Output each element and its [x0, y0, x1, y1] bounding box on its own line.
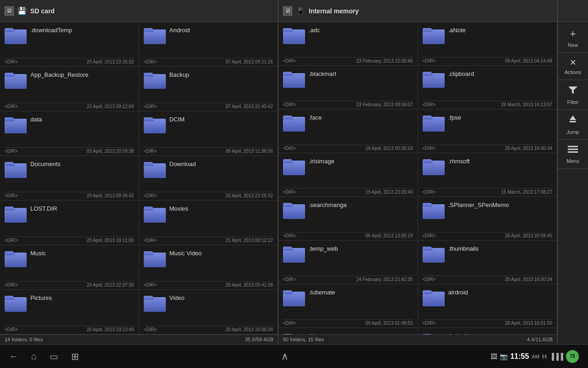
list-item[interactable]: .irisimage<DIR>19 April, 2013 23:20:40 — [278, 153, 418, 197]
grid-view-button[interactable]: ⊞ — [71, 351, 79, 362]
list-item[interactable]: Android<DIR>07 April, 2013 09:21:26 — [139, 22, 278, 67]
file-date: 19 April, 2013 23:20:40 — [366, 190, 413, 195]
internal-memory-storage: 4.4/11.6GB — [527, 337, 553, 342]
actions-button[interactable]: ✕ Actions — [558, 53, 588, 80]
file-name: .temp_web — [309, 245, 413, 252]
file-type: <DIR> — [144, 238, 157, 243]
list-item[interactable]: .searchmanga<DIR>06 April, 2013 13:05:19 — [278, 197, 418, 241]
list-item[interactable]: .SPlanner_SPenMemo<DIR>20 April, 2013 20… — [418, 197, 558, 241]
list-item[interactable]: Backup<DIR>07 April, 2013 22:45:42 — [139, 67, 278, 111]
file-date: 20 April, 2013 16:00:34 — [505, 146, 552, 151]
file-type: <DIR> — [144, 193, 157, 198]
jump-icon — [568, 115, 578, 127]
svg-marker-90 — [568, 86, 577, 94]
file-date: 20 April, 2013 23:26:32 — [226, 193, 273, 198]
file-type: <DIR> — [423, 233, 436, 238]
battery-percent: 73 — [570, 354, 575, 359]
list-item[interactable]: Android<DIR> — [418, 328, 558, 334]
svg-rect-95 — [568, 151, 578, 153]
list-item[interactable]: .face<DIR>18 April, 2013 00:36:18 — [278, 109, 418, 153]
list-item[interactable]: DCIM<DIR>06 April, 2013 11:36:56 — [139, 111, 278, 156]
home-button[interactable]: ⌂ — [31, 351, 37, 362]
file-date: 20 April, 2013 09:39:42 — [87, 193, 134, 198]
list-item[interactable]: .rhmsoft<DIR>15 March, 2013 17:08:27 — [418, 153, 558, 197]
list-item[interactable]: Documents<DIR>20 April, 2013 09:39:42 — [0, 156, 139, 201]
file-name: .tubemate — [309, 289, 413, 296]
folder-icon — [423, 201, 445, 220]
list-item[interactable]: airdroid<DIR>20 April, 2013 16:01:50 — [418, 284, 558, 328]
svg-rect-32 — [5, 253, 15, 255]
file-type: <DIR> — [144, 327, 157, 332]
list-item[interactable]: Pictures<DIR>20 April, 2013 23:23:48 — [0, 290, 139, 334]
menu-button[interactable]: Menu — [558, 140, 588, 169]
list-item[interactable]: Video<DIR>20 April, 2013 16:00:34 — [139, 290, 278, 334]
list-item[interactable]: data<DIR>03 April, 2013 20:59:38 — [0, 111, 139, 156]
svg-rect-2 — [5, 30, 15, 32]
am-pm: AM — [532, 354, 540, 359]
file-name: DCIM — [170, 116, 273, 123]
recent-apps-button[interactable]: ▭ — [50, 351, 58, 362]
sd-card-status: 14 folders, 0 files 35.5/59.4GB — [0, 334, 278, 344]
folder-icon — [423, 288, 445, 307]
file-date: 18 April, 2013 00:36:18 — [366, 146, 413, 151]
list-item[interactable]: Movies<DIR>21 April, 2013 00:12:22 — [139, 201, 278, 245]
sd-card-file-count: 14 folders, 0 files — [5, 337, 43, 342]
internal-memory-header[interactable]: ☑ 📱 Internal memory — [278, 0, 558, 22]
list-item[interactable]: .fpse<DIR>20 April, 2013 16:00:34 — [418, 109, 558, 153]
file-date: 26 March, 2013 14:13:07 — [501, 102, 552, 107]
list-item[interactable]: Music Video<DIR>20 April, 2013 05:42:38 — [139, 245, 278, 290]
photo-icon: 🖼 — [491, 353, 497, 360]
folder-icon — [283, 288, 305, 307]
file-type: <DIR> — [283, 277, 296, 282]
file-date: 24 February, 2013 21:42:35 — [356, 277, 413, 282]
file-name: .thumbnails — [448, 245, 553, 252]
new-button[interactable]: ＋ New — [558, 22, 588, 53]
status-bar-right: 🖼 📷 11:55 AM H ▐▐▐ 73 — [491, 350, 579, 363]
file-name: App_Backup_Restore — [30, 71, 134, 78]
list-item[interactable]: .aNote<DIR>09 April, 2013 04:14:48 — [418, 22, 558, 66]
file-type: <DIR> — [144, 104, 157, 109]
file-type: <DIR> — [283, 233, 296, 238]
svg-rect-11 — [144, 75, 154, 77]
svg-rect-68 — [283, 205, 293, 207]
back-button[interactable]: ← — [9, 351, 18, 362]
file-date: 20 April, 2013 23:26:32 — [87, 59, 134, 64]
list-item[interactable]: Alarms<DIR> — [278, 328, 418, 334]
folder-icon — [144, 160, 166, 179]
jump-button[interactable]: Jump — [558, 110, 588, 140]
list-item[interactable]: .downloadTemp<DIR>20 April, 2013 23:26:3… — [0, 22, 139, 67]
list-item[interactable]: LOST.DIR<DIR>20 April, 2013 19:11:00 — [0, 201, 139, 245]
list-item[interactable]: .temp_web<DIR>24 February, 2013 21:42:35 — [278, 241, 418, 284]
list-item[interactable]: Music<DIR>20 April, 2013 22:37:30 — [0, 245, 139, 290]
file-type: <DIR> — [283, 190, 296, 195]
folder-icon — [5, 70, 27, 90]
filter-button[interactable]: Filter — [558, 80, 588, 110]
list-item[interactable]: .clipboard<DIR>26 March, 2013 14:13:07 — [418, 66, 558, 109]
file-name: .aNote — [448, 27, 553, 34]
list-item[interactable]: .blackmart<DIR>23 February, 2013 08:59:0… — [278, 66, 418, 109]
file-name: Android — [170, 27, 273, 34]
internal-memory-checkbox[interactable]: ☑ — [283, 6, 292, 16]
jump-label: Jump — [567, 129, 579, 135]
file-type: <DIR> — [5, 59, 18, 64]
file-date: 20 April, 2013 16:00:34 — [226, 327, 273, 332]
svg-rect-47 — [423, 30, 433, 32]
file-type: <DIR> — [5, 327, 18, 332]
menu-icon — [568, 144, 578, 156]
file-date: 20 April, 2013 16:00:34 — [505, 277, 552, 282]
main-content: .downloadTemp<DIR>20 April, 2013 23:26:3… — [0, 22, 588, 344]
scroll-up-button[interactable]: ∧ — [281, 351, 288, 362]
list-item[interactable]: .tubemate<DIR>09 April, 2013 01:49:53 — [278, 284, 418, 328]
list-item[interactable]: App_Backup_Restore<DIR>22 April, 2013 09… — [0, 67, 139, 111]
file-type: <DIR> — [144, 59, 157, 64]
sd-card-device-icon: 💾 — [17, 6, 27, 15]
list-item[interactable]: Download<DIR>20 April, 2013 23:26:32 — [139, 156, 278, 201]
folder-icon — [283, 113, 305, 132]
sd-card-checkbox[interactable]: ☑ — [5, 6, 14, 16]
sd-card-header[interactable]: ☑ 💾 SD card — [0, 0, 278, 22]
list-item[interactable]: .thumbnails<DIR>20 April, 2013 16:00:34 — [418, 241, 558, 284]
svg-rect-29 — [144, 209, 154, 211]
list-item[interactable]: .adc<DIR>23 February, 2013 22:30:46 — [278, 22, 418, 66]
file-type: <DIR> — [5, 149, 18, 154]
file-name: Backup — [170, 71, 273, 78]
